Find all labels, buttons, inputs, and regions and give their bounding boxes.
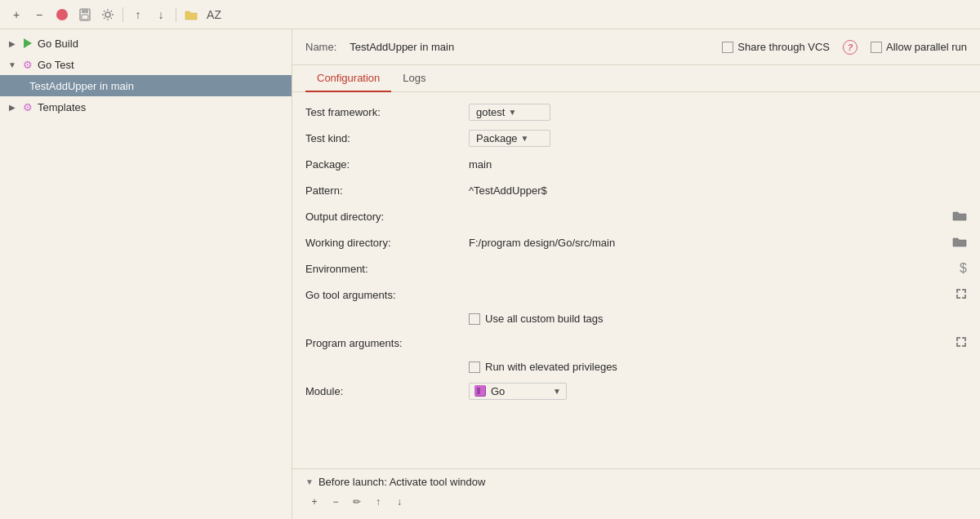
name-label: Name:: [305, 41, 336, 53]
module-label: Module:: [305, 385, 469, 397]
before-launch-add[interactable]: +: [305, 493, 323, 511]
svg-rect-2: [82, 9, 88, 13]
package-text: main: [469, 158, 492, 171]
test-kind-label: Test kind:: [305, 132, 469, 144]
separator2: [176, 7, 176, 22]
output-dir-browse[interactable]: [952, 210, 967, 224]
elevated-privileges-checkbox[interactable]: [469, 362, 480, 373]
test-framework-label: Test framework:: [305, 106, 469, 118]
save-button[interactable]: [75, 5, 95, 24]
module-row: Module: Go ▼: [305, 378, 967, 404]
help-icon[interactable]: ?: [843, 40, 858, 55]
module-icon: [474, 385, 486, 397]
tabs: Configuration Logs: [292, 65, 980, 92]
test-kind-selected: Package: [476, 132, 518, 144]
test-kind-value: Package ▼: [469, 130, 967, 147]
copy-icon: [56, 8, 69, 21]
before-launch-down[interactable]: ↓: [390, 493, 408, 511]
custom-build-tags-checkbox[interactable]: [469, 313, 480, 325]
test-framework-dropdown[interactable]: gotest ▼: [469, 104, 550, 121]
templates-icon: ⚙: [21, 100, 34, 113]
name-value: TestAddUpper in main: [350, 41, 454, 53]
panel-header: Name: TestAddUpper in main Share through…: [292, 29, 980, 65]
custom-build-tags-row[interactable]: Use all custom build tags: [305, 308, 967, 330]
tab-configuration[interactable]: Configuration: [305, 65, 391, 92]
before-launch-up[interactable]: ↑: [369, 493, 387, 511]
settings-button[interactable]: [98, 5, 118, 24]
before-launch-toggle: ▼: [305, 477, 314, 486]
share-vcs-checkbox[interactable]: Share through VCS: [722, 41, 830, 53]
go-build-toggle: ▶: [7, 38, 18, 49]
go-test-toggle: ▼: [7, 59, 18, 70]
templates-label: Templates: [38, 101, 86, 113]
sidebar-item-go-build[interactable]: ▶ Go Build: [0, 33, 292, 54]
pattern-row: Pattern: ^TestAddUpper$: [305, 177, 967, 203]
separator: [122, 7, 123, 22]
go-test-label: Go Test: [38, 59, 74, 71]
elevated-privileges-row[interactable]: Run with elevated privileges: [305, 356, 967, 378]
before-launch-header[interactable]: ▼ Before launch: Activate tool window: [305, 476, 967, 488]
go-test-icon: ⚙: [21, 58, 34, 71]
sidebar-item-templates[interactable]: ▶ ⚙ Templates: [0, 96, 292, 118]
test-framework-row: Test framework: gotest ▼: [305, 99, 967, 125]
before-launch-edit[interactable]: ✏: [348, 493, 366, 511]
main-area: ▶ Go Build ▼ ⚙ Go Test TestAddUpper in m…: [0, 29, 980, 519]
test-kind-dropdown[interactable]: Package ▼: [469, 130, 550, 147]
package-label: Package:: [305, 158, 469, 171]
remove-button[interactable]: −: [29, 5, 49, 24]
program-args-row: Program arguments:: [305, 330, 967, 356]
svg-rect-7: [477, 388, 480, 394]
folder-icon: [185, 8, 198, 21]
working-dir-label: Working directory:: [305, 237, 469, 249]
save-icon: [78, 8, 91, 21]
module-dropdown[interactable]: Go ▼: [469, 383, 567, 400]
share-vcs-box[interactable]: [722, 42, 733, 53]
go-tool-args-expand[interactable]: [956, 288, 967, 302]
module-arrow: ▼: [553, 387, 561, 396]
config-content: Test framework: gotest ▼ Test kind: Pack…: [292, 92, 980, 468]
add-button[interactable]: +: [7, 5, 26, 24]
move-down-button[interactable]: ↓: [151, 5, 171, 24]
package-row: Package: main: [305, 151, 967, 177]
svg-marker-5: [24, 38, 32, 48]
test-kind-arrow: ▼: [521, 134, 529, 143]
folder-button[interactable]: [181, 5, 201, 24]
test-framework-selected: gotest: [476, 106, 505, 118]
module-value: Go ▼: [469, 383, 967, 400]
move-up-button[interactable]: ↑: [128, 5, 148, 24]
test-framework-value: gotest ▼: [469, 104, 967, 121]
templates-toggle: ▶: [7, 101, 18, 113]
allow-parallel-label: Allow parallel run: [886, 41, 967, 53]
custom-build-tags-label: Use all custom build tags: [485, 313, 604, 325]
output-dir-label: Output directory:: [305, 211, 469, 223]
working-dir-text: F:/program design/Go/src/main: [469, 237, 615, 249]
allow-parallel-checkbox[interactable]: Allow parallel run: [871, 41, 967, 53]
environment-dollar[interactable]: $: [960, 261, 967, 276]
toolbar: + − ↑ ↓ AZ: [0, 0, 980, 29]
before-launch-section: ▼ Before launch: Activate tool window + …: [292, 468, 980, 519]
sidebar-item-go-test[interactable]: ▼ ⚙ Go Test: [0, 54, 292, 75]
working-dir-browse[interactable]: [952, 236, 967, 250]
module-selected: Go: [491, 385, 505, 397]
test-add-upper-label: TestAddUpper in main: [29, 80, 134, 92]
sort-button[interactable]: AZ: [204, 5, 224, 24]
package-value: main: [469, 158, 967, 171]
go-build-label: Go Build: [38, 38, 78, 50]
svg-rect-3: [82, 15, 88, 20]
test-kind-row: Test kind: Package ▼: [305, 125, 967, 151]
svg-point-0: [56, 9, 68, 20]
gear-icon: [101, 8, 114, 21]
before-launch-remove[interactable]: −: [327, 493, 345, 511]
working-dir-value: F:/program design/Go/src/main: [469, 237, 952, 249]
allow-parallel-box[interactable]: [871, 42, 882, 53]
pattern-text: ^TestAddUpper$: [469, 184, 547, 197]
program-args-label: Program arguments:: [305, 337, 469, 349]
sidebar-item-test-add-upper[interactable]: TestAddUpper in main: [0, 75, 292, 96]
right-panel: Name: TestAddUpper in main Share through…: [292, 29, 980, 519]
header-right: Share through VCS ? Allow parallel run: [722, 40, 967, 55]
tab-logs[interactable]: Logs: [391, 65, 437, 92]
before-launch-toolbar: + − ✏ ↑ ↓: [305, 491, 967, 512]
go-tool-args-label: Go tool arguments:: [305, 289, 469, 301]
program-args-expand[interactable]: [956, 336, 967, 350]
copy-button[interactable]: [52, 5, 72, 24]
